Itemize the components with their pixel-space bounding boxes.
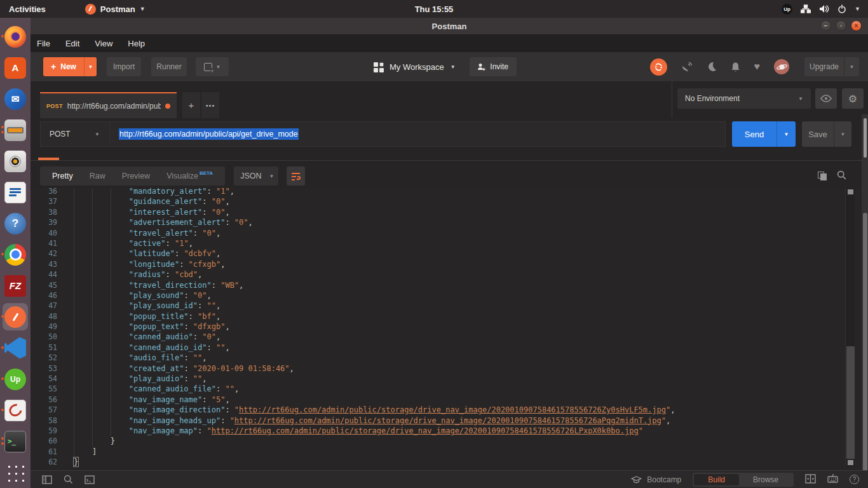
add-tab-button[interactable]: + — [182, 92, 200, 118]
copy-button[interactable] — [818, 172, 827, 180]
dock-item-ubuntu-software[interactable]: A — [0, 52, 31, 83]
avatar[interactable] — [774, 59, 789, 74]
two-pane-button[interactable] — [805, 474, 816, 485]
scrollbar-bottom-cap[interactable] — [848, 460, 853, 465]
satellite-icon[interactable] — [681, 62, 693, 72]
window-titlebar[interactable]: Postman − ▫ × — [31, 18, 868, 34]
response-scrollbar[interactable] — [845, 188, 855, 466]
dock-item-terminal[interactable]: >_ — [0, 426, 31, 457]
dock-item-swirl-app[interactable] — [0, 395, 31, 426]
sync-button[interactable] — [650, 58, 667, 76]
dock-item-filezilla[interactable]: FZ — [0, 270, 31, 301]
new-button[interactable]: +New — [43, 57, 84, 76]
network-icon[interactable] — [801, 4, 811, 13]
tab-preview[interactable]: Preview — [114, 166, 158, 186]
search-response-button[interactable] — [837, 170, 846, 182]
maximize-button[interactable]: ▫ — [836, 20, 846, 31]
activities-button[interactable]: Activities — [0, 4, 55, 14]
status-bar: Bootcamp Build Browse ? — [31, 470, 868, 488]
response-link[interactable]: http://rt66ug.com/admin/public/storage/d… — [212, 426, 639, 435]
window-title: Postman — [432, 22, 467, 31]
code-line: 51"canned_audio_id": "", — [31, 342, 868, 353]
format-select[interactable]: JSON ▼ — [234, 166, 278, 186]
tab-options-button[interactable]: ••• — [201, 92, 219, 118]
menu-file[interactable]: File — [37, 39, 50, 48]
dock-item-upwork[interactable]: Up — [0, 363, 31, 395]
upgrade-button[interactable]: Upgrade — [804, 57, 844, 76]
new-dropdown-button[interactable]: ▼ — [84, 57, 97, 76]
heart-icon[interactable]: ♥ — [754, 61, 761, 72]
close-button[interactable]: × — [851, 20, 862, 31]
code-line: 38"interest_alert": "0", — [31, 207, 868, 217]
menu-help[interactable]: Help — [128, 39, 145, 48]
window-scrollbar-thumb[interactable] — [863, 213, 867, 483]
window-scrollbar-thumb-upper[interactable] — [864, 118, 867, 158]
wrap-lines-button[interactable] — [287, 166, 305, 186]
response-link[interactable]: http://rt66ug.com/admin/public/storage/d… — [239, 405, 666, 414]
code-line: 57"nav_image_direction": "http://rt66ug.… — [31, 405, 868, 415]
tab-pretty[interactable]: Pretty — [44, 166, 81, 186]
code-line: 44"radius": "cbd", — [31, 269, 868, 280]
find-button[interactable] — [64, 475, 73, 484]
url-input[interactable]: http://rt66ug.com/admin/public/api/get_d… — [109, 121, 726, 147]
dock-item-libreoffice-writer[interactable] — [0, 177, 31, 208]
import-button[interactable]: Import — [107, 57, 141, 76]
upwork-tray-icon[interactable]: Up — [782, 4, 792, 15]
bootcamp-button[interactable]: Bootcamp — [631, 475, 681, 484]
method-select[interactable]: POST ▼ — [40, 121, 109, 147]
build-tab[interactable]: Build — [694, 474, 739, 485]
wrench-icon[interactable] — [707, 62, 717, 72]
environment-preview-button[interactable] — [815, 88, 837, 109]
chrome-icon — [4, 244, 26, 266]
environment-select[interactable]: No Environment ▼ — [677, 88, 811, 109]
scrollbar-top-cap[interactable] — [848, 189, 853, 194]
send-dropdown-button[interactable]: ▼ — [776, 121, 796, 147]
dock-item-files[interactable] — [0, 114, 31, 146]
settings-button[interactable]: ⚙ — [842, 88, 864, 109]
tab-raw[interactable]: Raw — [81, 166, 114, 186]
sidebar-toggle-button[interactable] — [42, 475, 52, 484]
dock-item-vscode[interactable] — [0, 332, 31, 363]
new-window-button[interactable]: ▼ — [196, 57, 229, 76]
save-button[interactable]: Save — [802, 121, 834, 147]
workspace-switcher[interactable]: My Workspace ▼ Invite — [374, 52, 517, 81]
app-menu[interactable]: Postman ▼ — [85, 4, 146, 15]
code-line: 45"travel_direction": "WB", — [31, 280, 868, 290]
menu-view[interactable]: View — [95, 39, 112, 48]
response-toolbar: Pretty Raw Preview VisualizeBETA JSON ▼ — [31, 164, 868, 188]
code-line: 49"popup_text": "dfxgb", — [31, 322, 868, 332]
runner-button[interactable]: Runner — [151, 57, 187, 76]
invite-button[interactable]: Invite — [470, 57, 517, 76]
browse-tab[interactable]: Browse — [739, 474, 792, 485]
minimize-button[interactable]: − — [820, 20, 831, 31]
tab-visualize[interactable]: VisualizeBETA — [158, 166, 221, 186]
window-scrollbar[interactable] — [862, 114, 868, 488]
menu-edit[interactable]: Edit — [65, 39, 79, 48]
power-icon[interactable] — [837, 4, 846, 13]
sync-icon — [654, 62, 663, 72]
chevron-down-icon: ▼ — [841, 132, 846, 137]
dock-item-thunderbird[interactable]: ✉ — [0, 83, 31, 114]
dock-item-firefox[interactable] — [0, 21, 31, 52]
send-button[interactable]: Send — [732, 121, 776, 147]
graduation-cap-icon — [631, 476, 642, 484]
code-line: 54"play_audio": "", — [31, 374, 868, 384]
console-button[interactable] — [85, 475, 95, 484]
shortcuts-button[interactable] — [827, 474, 838, 485]
upgrade-dropdown-button[interactable]: ▼ — [844, 57, 859, 76]
show-applications-button[interactable] — [0, 457, 31, 488]
save-dropdown-button[interactable]: ▼ — [834, 121, 851, 147]
dock-item-chrome[interactable] — [0, 239, 31, 270]
request-tab[interactable]: POST http://rt66ug.com/admin/publ... — [40, 92, 177, 118]
tray-chevron-icon[interactable]: ▼ — [855, 6, 860, 12]
bell-icon[interactable] — [731, 62, 740, 72]
response-scrollbar-thumb[interactable] — [846, 346, 855, 459]
help-button[interactable]: ? — [850, 475, 859, 484]
response-link[interactable]: http://rt66ug.com/admin/public/storage/d… — [234, 416, 661, 425]
dock-item-rhythmbox[interactable] — [0, 146, 31, 177]
menu-bar: File Edit View Help — [31, 34, 868, 52]
dock-item-help[interactable]: ? — [0, 208, 31, 239]
volume-icon[interactable] — [819, 4, 829, 13]
response-body[interactable]: 36"mandatory_alert": "1",37"guidance_ale… — [31, 188, 868, 470]
dock-item-postman[interactable] — [0, 301, 31, 332]
